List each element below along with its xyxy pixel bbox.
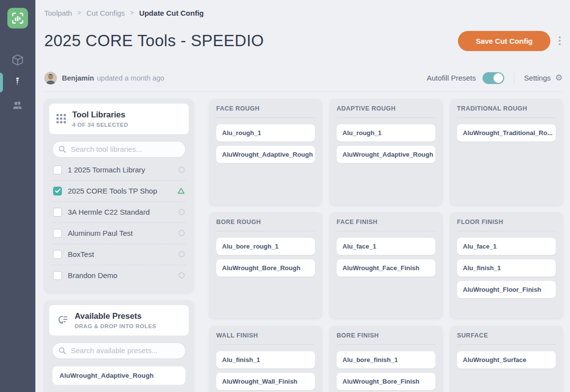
more-options-kebab-icon[interactable]	[557, 34, 563, 47]
status-circle-icon	[178, 167, 185, 173]
tool-libraries-search	[52, 141, 186, 158]
app-logo[interactable]	[7, 8, 28, 28]
page-title: 2025 CORE Tools - SPEEDIO	[44, 31, 264, 50]
sidebar-item-models[interactable]	[0, 49, 35, 71]
author-info: Benjamin updated a month ago	[44, 72, 164, 84]
gear-icon: ⚙	[555, 74, 563, 82]
library-row[interactable]: BoxTest	[52, 244, 186, 265]
library-label: Aluminum Paul Test	[68, 229, 172, 237]
role-card-bore-finish: BORE FINISH Alu_bore_finish_1 AluWrought…	[330, 326, 442, 392]
library-row[interactable]: 1 2025 Tormach Library	[52, 160, 186, 180]
checkbox-unchecked[interactable]	[53, 250, 62, 259]
available-preset-chip[interactable]: AluWrought_Adaptive_Rough	[52, 366, 186, 385]
autofill-presets-toggle[interactable]	[483, 72, 504, 84]
left-column: Tool Libraries 4 OF 34 SELECTED 1 2025 T…	[44, 99, 194, 392]
drill-icon	[12, 77, 23, 88]
role-title: FACE FINISH	[337, 219, 435, 225]
settings-button[interactable]: Settings ⚙	[524, 74, 563, 82]
preset-chip[interactable]: AluWrought_Floor_Finish	[457, 281, 556, 298]
preset-chip[interactable]: Alu_bore_finish_1	[337, 351, 435, 368]
preset-chip[interactable]: AluWrought_Adaptive_Rough	[216, 146, 315, 163]
breadcrumb: Toolpath > Cut Configs > Update Cut Conf…	[44, 8, 563, 18]
grid-icon	[57, 114, 66, 123]
chevron-right-icon: >	[130, 9, 134, 16]
save-cut-config-button[interactable]: Save Cut Config	[458, 31, 550, 51]
bar-chart-logo-icon	[11, 12, 24, 25]
available-presets-subtitle: DRAG & DROP INTO ROLES	[75, 323, 156, 329]
library-label: BoxTest	[68, 250, 172, 258]
library-label: 3A Hermle C22 Standard	[68, 208, 172, 216]
checkbox-checked[interactable]	[53, 187, 62, 196]
preset-chip[interactable]: AluWrought_Face_Finish	[337, 259, 435, 277]
status-circle-icon	[178, 251, 185, 257]
updated-text: updated a month ago	[97, 74, 164, 82]
cube-icon	[11, 54, 24, 66]
preset-chip[interactable]: Alu_rough_1	[337, 124, 435, 141]
available-presets-search-input[interactable]	[52, 342, 186, 359]
tool-libraries-search-input[interactable]	[52, 141, 186, 158]
role-title: ADAPTIVE ROUGH	[337, 105, 435, 112]
role-title: FACE ROUGH	[216, 105, 315, 112]
author-name: Benjamin	[62, 74, 94, 82]
chevron-right-icon: >	[78, 9, 81, 16]
library-row[interactable]: Aluminum Paul Test	[52, 223, 186, 244]
status-circle-icon	[178, 209, 185, 215]
library-label: 2025 CORE Tools TP Shop	[68, 187, 171, 195]
preset-chip[interactable]: Alu_face_1	[457, 238, 556, 255]
breadcrumb-current: Update Cut Config	[139, 9, 204, 17]
sidebar-item-users[interactable]	[0, 94, 35, 116]
role-title: FLOOR FINISH	[457, 219, 556, 225]
preset-chip[interactable]: Alu_bore_rough_1	[216, 238, 315, 255]
library-label: 1 2025 Tormach Library	[68, 166, 172, 174]
drag-into-list-icon	[57, 315, 68, 326]
sidebar-item-toolpath[interactable]	[0, 71, 35, 94]
vertical-divider	[514, 71, 514, 84]
status-circle-icon	[178, 230, 185, 236]
preset-chip[interactable]: AluWrought_Bore_Finish	[337, 373, 435, 390]
library-label: Brandon Demo	[68, 271, 172, 280]
tool-libraries-panel: Tool Libraries 4 OF 34 SELECTED 1 2025 T…	[44, 99, 194, 292]
tool-libraries-selected-count: 4 OF 34 SELECTED	[72, 122, 128, 128]
preset-chip[interactable]: Alu_finish_1	[457, 259, 556, 277]
role-title: TRADITIONAL ROUGH	[457, 105, 556, 112]
checkbox-unchecked[interactable]	[53, 166, 62, 174]
role-card-traditional-rough: TRADITIONAL ROUGH AluWrought_Traditional…	[450, 99, 563, 205]
preset-chip[interactable]: AluWrought_Adaptive_Rough	[337, 146, 435, 163]
roles-grid: FACE ROUGH Alu_rough_1 AluWrought_Adapti…	[209, 99, 563, 392]
preset-chip[interactable]: Alu_rough_1	[216, 124, 315, 141]
available-presets-header: Available Presets DRAG & DROP INTO ROLES	[49, 305, 189, 336]
available-presets-search	[52, 342, 186, 359]
library-row[interactable]: Brandon Demo	[52, 265, 186, 286]
role-card-face-finish: FACE FINISH Alu_face_1 AluWrought_Face_F…	[330, 212, 442, 318]
breadcrumb-toolpath[interactable]: Toolpath	[44, 9, 72, 17]
role-card-surface: SURFACE AluWrought_Surface	[450, 326, 563, 392]
preset-chip[interactable]: AluWrought_Wall_Finish	[216, 373, 315, 390]
breadcrumb-cut-configs[interactable]: Cut Configs	[86, 9, 125, 17]
tool-libraries-title: Tool Libraries	[72, 110, 128, 120]
users-icon	[11, 99, 24, 111]
role-card-bore-rough: BORE ROUGH Alu_bore_rough_1 AluWrought_B…	[209, 212, 322, 318]
toggle-knob	[493, 73, 503, 83]
checkbox-unchecked[interactable]	[53, 208, 62, 217]
available-presets-panel: Available Presets DRAG & DROP INTO ROLES…	[44, 300, 194, 392]
search-icon	[58, 145, 66, 153]
library-row[interactable]: 3A Hermle C22 Standard	[52, 201, 186, 223]
role-title: BORE ROUGH	[216, 219, 315, 225]
title-actions: Save Cut Config	[458, 31, 563, 51]
preset-chip[interactable]: AluWrought_Surface	[457, 351, 556, 368]
preset-chip[interactable]: AluWrought_Traditional_Ro...	[457, 124, 556, 141]
checkbox-unchecked[interactable]	[53, 271, 62, 280]
content: Tool Libraries 4 OF 34 SELECTED 1 2025 T…	[44, 99, 563, 392]
status-triangle-icon	[177, 188, 185, 194]
role-card-face-rough: FACE ROUGH Alu_rough_1 AluWrought_Adapti…	[209, 99, 322, 205]
status-circle-icon	[178, 272, 185, 279]
check-icon	[55, 189, 60, 193]
role-title: WALL FINISH	[216, 332, 315, 339]
settings-label: Settings	[524, 74, 551, 82]
library-row[interactable]: 2025 CORE Tools TP Shop	[52, 180, 186, 201]
available-presets-title: Available Presets	[75, 311, 156, 321]
preset-chip[interactable]: Alu_finish_1	[216, 351, 315, 368]
checkbox-unchecked[interactable]	[53, 229, 62, 238]
preset-chip[interactable]: AluWrought_Bore_Rough	[216, 259, 315, 277]
preset-chip[interactable]: Alu_face_1	[337, 238, 435, 255]
